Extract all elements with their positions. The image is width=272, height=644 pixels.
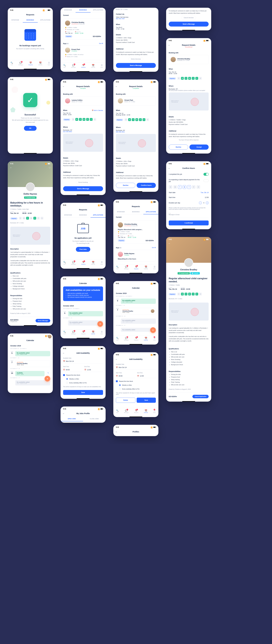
delete-interview-button[interactable]: Delete Interview [128, 57, 143, 61]
nav-requests[interactable]: 📅Requests1 [81, 64, 86, 68]
deposit-toggle[interactable] [204, 179, 209, 182]
nav-messages[interactable]: 💬Messages2 [18, 62, 23, 66]
end-time-input[interactable]: ⏰ 12:00 [84, 368, 103, 372]
nav-more[interactable]: ☰More [100, 64, 103, 68]
nav-find[interactable]: 🔍Find [63, 331, 66, 334]
back-button[interactable]: ← [62, 412, 65, 415]
ok-button[interactable]: OK [24, 126, 36, 131]
phone-link[interactable]: 022-256-6053 [63, 131, 103, 132]
nav-requests[interactable]: 📅Requests1 [134, 266, 138, 270]
tab-bookings[interactable]: BOOKINGS [76, 8, 91, 12]
back-button[interactable]: ← [116, 431, 118, 433]
nav-more[interactable]: ☰More [154, 266, 156, 270]
nav-find[interactable]: 🔍Find [10, 62, 13, 66]
nav-find[interactable]: 🔍Find [63, 64, 66, 68]
nav-calendar[interactable]: 📆Calendar [144, 409, 148, 413]
nav-find[interactable]: 🔍Find [116, 409, 118, 413]
map[interactable] [10, 227, 50, 245]
add-fab[interactable]: + [44, 376, 50, 382]
nav-calendar[interactable]: 📆Calendar [91, 64, 95, 68]
phone-link[interactable]: 866-996-3931 [116, 131, 156, 133]
tab-applications[interactable]: APPLICATIONS [90, 8, 106, 12]
back-button[interactable]: ← [10, 166, 12, 169]
add-fab[interactable]: + [97, 321, 103, 327]
nav-find[interactable]: 🔍Find [116, 266, 118, 270]
nav-requests[interactable]: 📅Requests1 [134, 337, 138, 341]
person-card[interactable]: Ernest ParkBoston, NY • 2 miles [116, 96, 156, 105]
confirm-hours-button[interactable]: Confirm hours [137, 183, 156, 188]
save-button[interactable]: Save [137, 398, 156, 403]
back-button[interactable]: ← [116, 86, 118, 88]
minus-button[interactable]: − [199, 202, 202, 204]
nav-calendar[interactable]: 📆Calendar [91, 261, 95, 265]
tab-bookings[interactable]: BOOKINGS [128, 210, 144, 214]
nav-messages[interactable]: 💬Messages2 [71, 331, 76, 334]
tab-interview[interactable]: INTERVIEW [60, 8, 76, 12]
end-time-input[interactable]: ⏰ 12:00 [137, 374, 156, 378]
favorite-button[interactable]: ♡ [49, 166, 51, 169]
nav-requests[interactable]: 📅Requests1 [81, 261, 86, 265]
days-selector[interactable]: SMTWTFS [166, 184, 211, 190]
back-button[interactable]: ← [168, 44, 170, 46]
back-button[interactable]: ← [116, 358, 118, 360]
nav-calendar[interactable]: 📆Calendar [144, 266, 148, 270]
availability-slot[interactable]: No availability addedUse + button to add [15, 351, 50, 356]
nav-messages[interactable]: 💬Messages2 [71, 64, 76, 68]
confirm-button[interactable]: I confirmed [169, 220, 209, 226]
completed-toggle[interactable] [204, 173, 209, 176]
weekday-radio[interactable] [66, 382, 68, 384]
see-all-link[interactable]: See All [99, 43, 103, 44]
decline-button[interactable]: Decline [116, 183, 135, 188]
nav-calendar[interactable]: 📆Calendar [91, 331, 95, 334]
accept-button[interactable]: Accept [190, 144, 209, 150]
nav-messages[interactable]: 💬Messages2 [124, 266, 129, 270]
save-button[interactable]: Save [63, 390, 103, 395]
date-input[interactable]: 📅 Mon Oct 14 [116, 366, 156, 370]
tab-open-jobs[interactable]: OPEN JOBS [60, 416, 83, 421]
nav-messages[interactable]: 💬Messages2 [71, 261, 76, 265]
booking-card[interactable]: Ernest ParkCompleted 👶 2 Children • Todd… [63, 46, 103, 60]
map[interactable] [169, 302, 209, 320]
nav-more[interactable]: ☰More3 [154, 409, 156, 413]
cancel-booking-button[interactable]: Cancel booking [76, 180, 90, 184]
add-to-calendar[interactable]: 📅 Add to Calendar [92, 110, 103, 111]
back-button[interactable]: ← [168, 167, 170, 170]
nav-more[interactable]: ☰More3 [154, 337, 156, 341]
cancel-application-button[interactable]: Cancel Application [192, 395, 209, 398]
see-all-link[interactable]: See All [152, 247, 156, 249]
nav-find[interactable]: 🔍Find [63, 261, 66, 265]
application-card[interactable]: Christine BradleyUnconfirmed 19 hours le… [116, 220, 156, 244]
map[interactable] [116, 134, 156, 152]
tab-close-jobs[interactable]: CLOSE JOBS [83, 416, 106, 421]
nav-more[interactable]: ☰More [100, 261, 103, 265]
nav-find[interactable]: 🔍Find [116, 337, 118, 341]
send-message-button[interactable]: Send a Message [169, 22, 209, 26]
delete-button[interactable]: Delete [116, 398, 135, 403]
plus-button[interactable]: + [206, 202, 209, 204]
application-card[interactable]: Dollie HaynesAccepted Babysitting for a … [116, 250, 156, 262]
weekly-radio[interactable] [66, 378, 68, 380]
edit-button[interactable]: ✎ [46, 371, 50, 375]
back-button[interactable]: ← [62, 86, 65, 88]
tab-interview[interactable]: INTERVIEW [113, 210, 128, 214]
booking-card[interactable]: Christine Bradleyunconfirmed 19 hours le… [63, 18, 103, 40]
find-jobs-button[interactable]: Find Jobs [76, 247, 90, 252]
nav-more[interactable]: ☰More [100, 331, 103, 334]
repeat-checkbox[interactable] [63, 374, 65, 376]
send-message-button[interactable]: Send a Message [63, 186, 103, 191]
interview-slot[interactable]: INTERVIEW Christine Bradley 08:00 - 08:3… [15, 360, 50, 367]
phone-link[interactable]: 982-443-7947 [116, 18, 156, 20]
repeat-checkbox[interactable] [116, 380, 118, 382]
tab-applications[interactable]: APPLICATIONS [90, 213, 106, 218]
send-message-button[interactable]: Send a Message [116, 63, 156, 68]
back-button[interactable]: ← [62, 352, 65, 354]
person-card[interactable]: Lenora CollinsBoston, NY • 2 miles [63, 96, 103, 105]
back-button[interactable]: ← [168, 242, 170, 245]
map[interactable] [63, 134, 103, 152]
weekly-radio[interactable] [119, 384, 121, 386]
duration-stepper[interactable]: −4+ [199, 202, 209, 204]
tab-interview[interactable]: INTERVIEW [60, 213, 76, 218]
weekday-radio[interactable] [119, 388, 121, 390]
availability-slot[interactable]: Availbility08:00 - 12:00 [15, 371, 44, 376]
tab-bookings[interactable]: BOOKINGS [76, 213, 91, 218]
